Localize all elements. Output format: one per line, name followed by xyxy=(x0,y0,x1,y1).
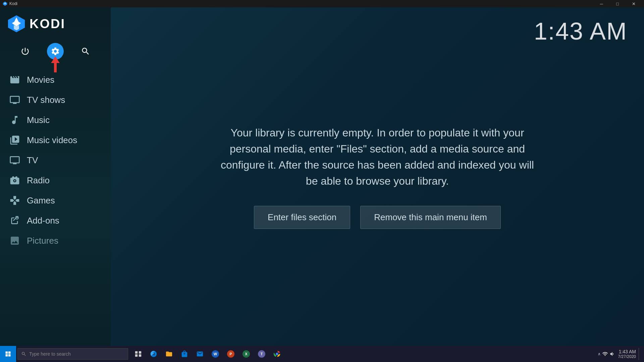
radio-label: Radio xyxy=(27,175,50,186)
svg-point-7 xyxy=(14,180,15,181)
top-icons-row xyxy=(0,40,111,66)
powerpoint-icon: P xyxy=(227,350,234,358)
minimize-button[interactable]: ─ xyxy=(594,0,609,7)
power-icon xyxy=(20,47,30,56)
teams-icon: T xyxy=(258,350,265,358)
chrome-icon xyxy=(273,350,281,358)
maximize-button[interactable]: □ xyxy=(610,0,625,7)
network-icon xyxy=(602,351,608,357)
taskbar: Type here to search xyxy=(0,346,644,362)
taskbar-clock[interactable]: 1:43 AM 7/27/2020 xyxy=(618,349,636,359)
music-label: Music xyxy=(27,115,50,125)
sidebar-item-games[interactable]: Games xyxy=(0,190,111,210)
taskbar-right: ∧ 1:43 AM 7/27/2020 xyxy=(598,348,644,360)
tv-icon xyxy=(9,155,20,166)
svg-rect-10 xyxy=(139,351,141,354)
sidebar: KODI xyxy=(0,7,111,346)
settings-icon xyxy=(51,47,60,56)
sidebar-item-tvshows[interactable]: TV shows xyxy=(0,90,111,110)
taskbar-date: 7/27/2020 xyxy=(618,354,636,359)
title-bar-controls: ─ □ ✕ xyxy=(594,0,641,7)
tvshows-icon xyxy=(9,95,20,105)
title-bar-app-name: Kodi xyxy=(9,1,17,6)
store-icon xyxy=(181,350,188,358)
games-label: Games xyxy=(27,195,55,206)
svg-rect-9 xyxy=(135,351,138,354)
app-body: KODI xyxy=(0,7,644,346)
enter-files-section-button[interactable]: Enter files section xyxy=(254,206,350,229)
edge-icon xyxy=(150,350,157,358)
tvshows-label: TV shows xyxy=(27,95,65,105)
excel-button[interactable]: X xyxy=(239,347,253,361)
file-explorer-icon xyxy=(165,350,173,358)
movies-icon xyxy=(9,74,20,85)
music-icon xyxy=(9,115,20,125)
sidebar-item-radio[interactable]: Radio xyxy=(0,170,111,190)
kodi-brand-text: KODI xyxy=(30,17,65,31)
svg-rect-11 xyxy=(135,354,138,357)
volume-icon xyxy=(609,351,615,357)
word-button[interactable]: W xyxy=(209,347,222,361)
kodi-emblem-icon xyxy=(7,14,26,34)
sidebar-item-movies[interactable]: Movies xyxy=(0,70,111,90)
edge-browser-button[interactable] xyxy=(147,347,160,361)
taskbar-search-icon xyxy=(21,351,26,357)
search-button[interactable] xyxy=(77,43,94,60)
library-empty-text: Your library is currently empty. In orde… xyxy=(215,125,540,189)
store-button[interactable] xyxy=(178,347,191,361)
mail-button[interactable] xyxy=(193,347,207,361)
sidebar-item-music[interactable]: Music xyxy=(0,110,111,130)
pictures-label: Pictures xyxy=(27,236,58,246)
movies-label: Movies xyxy=(27,75,54,85)
addons-label: Add-ons xyxy=(27,216,59,226)
games-icon xyxy=(9,195,20,206)
file-explorer-button[interactable] xyxy=(162,347,176,361)
sidebar-item-tv[interactable]: TV xyxy=(0,150,111,170)
red-arrow-indicator xyxy=(51,56,60,72)
taskbar-search-box[interactable]: Type here to search xyxy=(17,348,128,360)
musicvideos-label: Music videos xyxy=(27,135,77,145)
start-button[interactable] xyxy=(0,346,16,362)
task-view-icon xyxy=(135,350,142,358)
power-button[interactable] xyxy=(17,43,34,60)
kodi-title-icon xyxy=(3,1,7,6)
close-button[interactable]: ✕ xyxy=(626,0,641,7)
radio-icon xyxy=(9,175,20,186)
kodi-logo: KODI xyxy=(0,11,111,40)
tray-expand-button[interactable]: ∧ xyxy=(598,352,601,356)
taskbar-time: 1:43 AM xyxy=(618,349,636,354)
library-action-buttons: Enter files section Remove this main men… xyxy=(215,206,540,229)
taskbar-app-icons: W P X T xyxy=(129,347,286,361)
remove-menu-item-button[interactable]: Remove this main menu item xyxy=(360,206,501,229)
search-icon xyxy=(81,47,90,56)
svg-rect-12 xyxy=(139,354,141,357)
library-message: Your library is currently empty. In orde… xyxy=(201,125,553,229)
musicvideos-icon xyxy=(9,135,20,145)
title-bar-left: Kodi xyxy=(3,1,17,6)
sidebar-item-addons[interactable]: Add-ons xyxy=(0,210,111,231)
powerpoint-button[interactable]: P xyxy=(224,347,237,361)
taskbar-search-placeholder: Type here to search xyxy=(29,351,71,357)
show-desktop-button[interactable] xyxy=(639,348,641,360)
addons-icon xyxy=(9,215,20,226)
system-tray-icons: ∧ xyxy=(598,351,615,357)
title-bar: Kodi ─ □ ✕ xyxy=(0,0,644,7)
mail-icon xyxy=(196,350,204,358)
teams-button[interactable]: T xyxy=(255,347,268,361)
pictures-icon xyxy=(9,235,20,246)
excel-icon: X xyxy=(243,350,250,358)
settings-button[interactable] xyxy=(47,43,64,60)
time-display: 1:43 AM xyxy=(534,17,627,45)
sidebar-item-pictures[interactable]: Pictures xyxy=(0,231,111,251)
tv-label: TV xyxy=(27,155,38,166)
nav-items: Movies TV shows Music Musi xyxy=(0,66,111,346)
word-icon: W xyxy=(212,350,219,358)
sidebar-item-musicvideos[interactable]: Music videos xyxy=(0,130,111,150)
task-view-button[interactable] xyxy=(131,347,145,361)
chrome-button[interactable] xyxy=(270,347,284,361)
main-content: 1:43 AM Your library is currently empty.… xyxy=(111,7,644,346)
windows-logo-icon xyxy=(5,351,11,357)
